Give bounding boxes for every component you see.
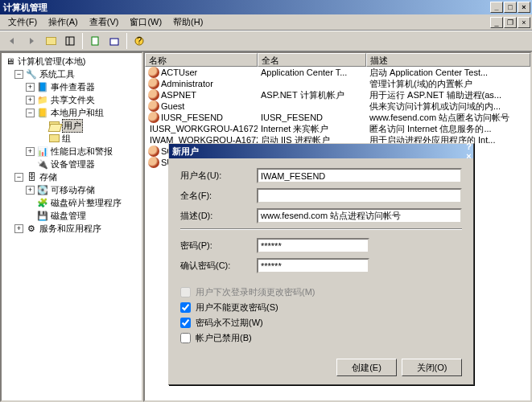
tree-root[interactable]: 🖥 计算机管理(本地) bbox=[3, 55, 140, 68]
svg-rect-3 bbox=[110, 39, 118, 45]
chk-disabled[interactable]: 帐户已禁用(B) bbox=[180, 332, 462, 344]
refresh-button[interactable] bbox=[86, 32, 104, 50]
tree-panel[interactable]: 🖥 计算机管理(本地) − 🔧 系统工具 + 📘 事件查看器 + 📁 共享文件夹… bbox=[0, 51, 143, 402]
desc-label: 描述(D): bbox=[180, 210, 257, 222]
book-icon: 📘 bbox=[36, 81, 49, 92]
expand-icon[interactable]: + bbox=[26, 147, 35, 156]
collapse-icon[interactable]: − bbox=[14, 173, 23, 182]
mdi-minimize-button[interactable]: _ bbox=[490, 17, 503, 28]
chk-must-change: 用户下次登录时须更改密码(M) bbox=[180, 286, 462, 298]
cell-name: Guest bbox=[161, 101, 184, 111]
collapse-icon[interactable]: − bbox=[14, 70, 23, 79]
dialog-buttons: 创建(E) 关闭(O) bbox=[180, 359, 462, 376]
tree-event-viewer[interactable]: + 📘 事件查看器 bbox=[3, 80, 140, 93]
tree-local-users-groups[interactable]: − 📒 本地用户和组 bbox=[3, 106, 140, 119]
list-row[interactable]: IUSR_WORKGROU-A1672XInternet 来宾帐户匿名访问 In… bbox=[145, 123, 530, 134]
col-desc[interactable]: 描述 bbox=[366, 53, 530, 67]
confirm-input[interactable] bbox=[257, 258, 369, 273]
menu-window[interactable]: 窗口(W) bbox=[125, 14, 167, 30]
expand-icon[interactable]: + bbox=[26, 96, 35, 105]
chk-disabled-box[interactable] bbox=[180, 333, 191, 343]
tree-label: 本地用户和组 bbox=[51, 107, 104, 119]
show-hide-button[interactable] bbox=[61, 32, 79, 50]
dialog-help-button[interactable]: ? bbox=[466, 142, 472, 151]
window-controls: _ □ × bbox=[490, 2, 530, 13]
help-button[interactable]: ? bbox=[130, 32, 148, 50]
close-button[interactable]: 关闭(O) bbox=[402, 359, 462, 376]
minimize-button[interactable]: _ bbox=[490, 2, 503, 13]
col-fullname[interactable]: 全名 bbox=[258, 53, 366, 67]
menu-view[interactable]: 查看(V) bbox=[85, 14, 124, 30]
list-row[interactable]: Guest供来宾访问计算机或访问域的内... bbox=[145, 100, 530, 112]
tree-label: 系统工具 bbox=[39, 68, 75, 80]
mdi-close-button[interactable]: × bbox=[518, 17, 530, 28]
menu-action[interactable]: 操作(A) bbox=[43, 14, 83, 30]
cell-name: IUSR_FESEND bbox=[161, 113, 223, 122]
expand-icon[interactable]: + bbox=[26, 83, 35, 92]
password-label: 密码(P): bbox=[180, 240, 257, 252]
tree-disk-mgmt[interactable]: 💾 磁盘管理 bbox=[3, 209, 140, 222]
tree-defrag[interactable]: 🧩 磁盘碎片整理程序 bbox=[3, 196, 140, 209]
cell-desc: www.fesend.com 站点匿名访问帐号 bbox=[366, 112, 530, 124]
list-row[interactable]: IUSR_FESENDIUSR_FESENDwww.fesend.com 站点匿… bbox=[145, 112, 530, 123]
col-name[interactable]: 名称 bbox=[145, 53, 258, 67]
menubar: 文件(F) 操作(A) 查看(V) 窗口(W) 帮助(H) _ ❐ × bbox=[0, 14, 532, 31]
back-button[interactable] bbox=[3, 32, 21, 50]
dialog-close-button[interactable]: × bbox=[466, 151, 472, 161]
tree-system-tools[interactable]: − 🔧 系统工具 bbox=[3, 68, 140, 80]
list-row[interactable]: ACTUserApplication Center T...启动 Applica… bbox=[145, 67, 530, 78]
collapse-icon[interactable]: − bbox=[26, 109, 35, 117]
confirm-label: 确认密码(C): bbox=[180, 260, 257, 272]
cell-name: IUSR_WORKGROU-A1672X bbox=[150, 124, 258, 133]
mdi-restore-button[interactable]: ❐ bbox=[504, 17, 517, 28]
tree-perf-logs[interactable]: + 📊 性能日志和警报 bbox=[3, 145, 140, 158]
create-button[interactable]: 创建(E) bbox=[336, 359, 397, 376]
tree-label: 共享文件夹 bbox=[51, 94, 95, 106]
tree-removable[interactable]: + 💽 可移动存储 bbox=[3, 183, 140, 196]
tree-storage[interactable]: − 🗄 存储 bbox=[3, 170, 140, 183]
maximize-button[interactable]: □ bbox=[504, 2, 517, 13]
tree-services-apps[interactable]: + ⚙ 服务和应用程序 bbox=[3, 222, 140, 235]
device-icon: 🔌 bbox=[36, 158, 49, 170]
cell-name: Administrator bbox=[161, 79, 213, 88]
folder-open-icon bbox=[47, 120, 60, 131]
removable-icon: 💽 bbox=[36, 184, 49, 195]
tree-label: 性能日志和警报 bbox=[51, 146, 113, 158]
close-button[interactable]: × bbox=[518, 2, 530, 13]
menu-file[interactable]: 文件(F) bbox=[3, 14, 42, 30]
dialog-title: 新用户 bbox=[171, 146, 466, 158]
svg-rect-0 bbox=[66, 37, 74, 45]
users-folder-icon: 📒 bbox=[36, 107, 49, 118]
password-input[interactable] bbox=[257, 238, 369, 253]
chk-label: 用户不能更改密码(S) bbox=[196, 302, 278, 314]
list-row[interactable]: Administrator管理计算机(域)的内置帐户 bbox=[145, 78, 530, 89]
tree-label: 组 bbox=[62, 133, 71, 145]
tree-device-mgr[interactable]: 🔌 设备管理器 bbox=[3, 158, 140, 170]
tree-groups[interactable]: 组 bbox=[3, 132, 140, 145]
up-button[interactable] bbox=[42, 32, 60, 50]
tree-users[interactable]: 用户 bbox=[3, 119, 140, 132]
fullname-input[interactable] bbox=[257, 188, 462, 203]
cell-fullname: Internet 来宾帐户 bbox=[258, 123, 366, 135]
chk-must-change-box bbox=[180, 287, 191, 297]
menu-help[interactable]: 帮助(H) bbox=[168, 14, 208, 30]
expand-icon[interactable]: + bbox=[26, 186, 35, 195]
chk-cannot-change[interactable]: 用户不能更改密码(S) bbox=[180, 302, 462, 314]
forward-button[interactable] bbox=[23, 32, 40, 50]
user-icon bbox=[148, 100, 159, 112]
export-button[interactable] bbox=[105, 32, 123, 50]
services-icon: ⚙ bbox=[25, 223, 38, 234]
svg-rect-2 bbox=[92, 37, 98, 45]
expand-icon[interactable]: + bbox=[14, 224, 23, 233]
chk-cannot-change-box[interactable] bbox=[180, 302, 191, 313]
dialog-titlebar[interactable]: 新用户 ? × bbox=[169, 144, 473, 158]
perf-icon: 📊 bbox=[36, 146, 49, 157]
tree-shared-folders[interactable]: + 📁 共享文件夹 bbox=[3, 93, 140, 106]
tree-label: 事件查看器 bbox=[51, 81, 95, 93]
chk-never-expires-box[interactable] bbox=[180, 318, 191, 328]
chk-never-expires[interactable]: 密码永不过期(W) bbox=[180, 317, 462, 329]
username-input[interactable] bbox=[257, 168, 462, 183]
list-row[interactable]: ASPNETASP.NET 计算机帐户用于运行 ASP.NET 辅助进程(as.… bbox=[145, 89, 530, 100]
tree-label: 设备管理器 bbox=[51, 158, 95, 170]
desc-input[interactable] bbox=[257, 208, 462, 224]
